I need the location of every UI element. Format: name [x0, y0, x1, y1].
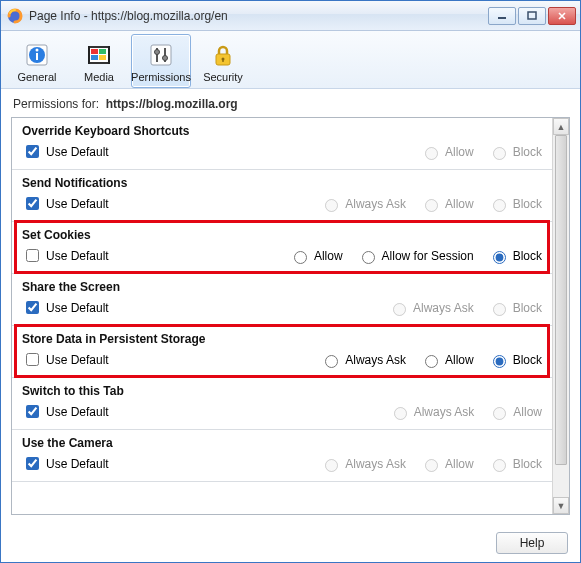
- radio-group: Always AskAllowBlock: [320, 456, 542, 472]
- scrollbar-thumb[interactable]: [555, 135, 567, 465]
- radio-input: [394, 407, 407, 420]
- permission-title: Override Keyboard Shortcuts: [22, 124, 542, 138]
- svg-rect-2: [528, 12, 536, 19]
- scrollbar[interactable]: ▲ ▼: [552, 118, 569, 514]
- radio-option-alwaysAsk: Always Ask: [320, 196, 406, 212]
- permission-controls: Use DefaultAlways AskAllowBlock: [22, 454, 542, 473]
- svg-point-18: [155, 50, 160, 55]
- sliders-icon: [147, 41, 175, 69]
- svg-point-6: [36, 49, 39, 52]
- svg-rect-1: [498, 17, 506, 19]
- help-button[interactable]: Help: [496, 532, 568, 554]
- use-default-label: Use Default: [46, 249, 109, 263]
- svg-rect-5: [36, 53, 38, 60]
- radio-input[interactable]: [362, 251, 375, 264]
- radio-input[interactable]: [493, 251, 506, 264]
- radio-label: Block: [513, 249, 542, 263]
- use-default-input[interactable]: [26, 457, 39, 470]
- use-default-checkbox[interactable]: Use Default: [22, 402, 109, 421]
- use-default-checkbox[interactable]: Use Default: [22, 350, 109, 369]
- permissions-container: Override Keyboard ShortcutsUse DefaultAl…: [11, 117, 570, 515]
- permission-controls: Use DefaultAllowBlock: [22, 142, 542, 161]
- radio-group: Always AskBlock: [388, 300, 542, 316]
- radio-input: [493, 147, 506, 160]
- radio-input: [393, 303, 406, 316]
- svg-rect-15: [151, 45, 171, 65]
- lock-icon: [209, 41, 237, 69]
- scrollbar-down-button[interactable]: ▼: [553, 497, 569, 514]
- use-default-checkbox[interactable]: Use Default: [22, 194, 109, 213]
- permission-row: Override Keyboard ShortcutsUse DefaultAl…: [12, 118, 552, 170]
- use-default-label: Use Default: [46, 353, 109, 367]
- radio-label: Allow for Session: [382, 249, 474, 263]
- permission-controls: Use DefaultAlways AskAllowBlock: [22, 194, 542, 213]
- permission-title: Set Cookies: [22, 228, 542, 242]
- permission-title: Store Data in Persistent Storage: [22, 332, 542, 346]
- maximize-button[interactable]: [518, 7, 546, 25]
- radio-group: Always AskAllowBlock: [320, 196, 542, 212]
- tab-label: General: [17, 71, 56, 83]
- toolbar: GeneralMediaPermissionsSecurity: [1, 31, 580, 89]
- use-default-input[interactable]: [26, 301, 39, 314]
- radio-input: [425, 147, 438, 160]
- radio-option-block[interactable]: Block: [488, 352, 542, 368]
- radio-option-allowForSession[interactable]: Allow for Session: [357, 248, 474, 264]
- radio-label: Block: [513, 145, 542, 159]
- radio-option-block: Block: [488, 144, 542, 160]
- radio-option-block: Block: [488, 456, 542, 472]
- radio-input[interactable]: [425, 355, 438, 368]
- radio-option-allow: Allow: [488, 404, 542, 420]
- tab-general[interactable]: General: [7, 34, 67, 88]
- radio-label: Always Ask: [345, 353, 406, 367]
- use-default-label: Use Default: [46, 145, 109, 159]
- use-default-label: Use Default: [46, 457, 109, 471]
- use-default-label: Use Default: [46, 197, 109, 211]
- radio-label: Always Ask: [414, 405, 475, 419]
- svg-rect-11: [91, 55, 98, 60]
- permission-title: Use the Camera: [22, 436, 542, 450]
- firefox-icon: [7, 8, 23, 24]
- radio-group: Always AskAllowBlock: [320, 352, 542, 368]
- tab-security[interactable]: Security: [193, 34, 253, 88]
- svg-rect-13: [88, 46, 90, 64]
- permission-title: Switch to this Tab: [22, 384, 542, 398]
- radio-option-alwaysAsk[interactable]: Always Ask: [320, 352, 406, 368]
- radio-input: [493, 407, 506, 420]
- radio-label: Block: [513, 301, 542, 315]
- use-default-input[interactable]: [26, 197, 39, 210]
- radio-input[interactable]: [325, 355, 338, 368]
- minimize-button[interactable]: [488, 7, 516, 25]
- radio-input[interactable]: [294, 251, 307, 264]
- radio-option-block[interactable]: Block: [488, 248, 542, 264]
- use-default-checkbox[interactable]: Use Default: [22, 142, 109, 161]
- use-default-input[interactable]: [26, 405, 39, 418]
- svg-rect-9: [91, 49, 98, 54]
- radio-label: Block: [513, 353, 542, 367]
- scrollbar-up-button[interactable]: ▲: [553, 118, 569, 135]
- tab-media[interactable]: Media: [69, 34, 129, 88]
- tab-permissions[interactable]: Permissions: [131, 34, 191, 88]
- permission-row: Use the CameraUse DefaultAlways AskAllow…: [12, 430, 552, 482]
- permission-row: Send NotificationsUse DefaultAlways AskA…: [12, 170, 552, 222]
- radio-label: Allow: [445, 353, 474, 367]
- permission-controls: Use DefaultAlways AskAllowBlock: [22, 350, 542, 369]
- use-default-input[interactable]: [26, 145, 39, 158]
- radio-option-allow[interactable]: Allow: [289, 248, 343, 264]
- use-default-label: Use Default: [46, 405, 109, 419]
- radio-option-allow[interactable]: Allow: [420, 352, 474, 368]
- window-controls: [488, 7, 576, 25]
- radio-group: AllowBlock: [420, 144, 542, 160]
- permission-title: Share the Screen: [22, 280, 542, 294]
- use-default-checkbox[interactable]: Use Default: [22, 454, 109, 473]
- radio-label: Allow: [445, 145, 474, 159]
- use-default-input[interactable]: [26, 353, 39, 366]
- radio-option-allow: Allow: [420, 196, 474, 212]
- permissions-for-line: Permissions for: https://blog.mozilla.or…: [1, 89, 580, 117]
- radio-input[interactable]: [493, 355, 506, 368]
- use-default-checkbox[interactable]: Use Default: [22, 246, 109, 265]
- use-default-checkbox[interactable]: Use Default: [22, 298, 109, 317]
- svg-rect-10: [99, 49, 106, 54]
- use-default-input[interactable]: [26, 249, 39, 262]
- close-button[interactable]: [548, 7, 576, 25]
- radio-option-block: Block: [488, 300, 542, 316]
